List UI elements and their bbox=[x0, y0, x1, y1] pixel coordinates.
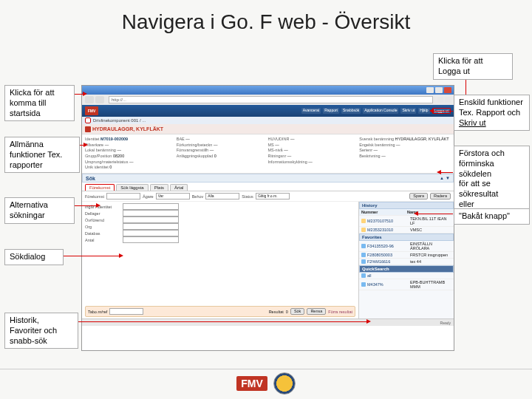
detail-field: Informationsskyldning — bbox=[268, 160, 360, 166]
detail-field: Förkortning/beteckn — bbox=[177, 143, 268, 149]
minimize-icon[interactable] bbox=[426, 87, 434, 93]
filter-select-behov[interactable]: Alla bbox=[205, 193, 239, 200]
arrow bbox=[74, 205, 99, 206]
search-button[interactable]: Sök bbox=[290, 308, 304, 315]
detail-field: Grupp/Position 08200 bbox=[85, 154, 177, 160]
detail-field: Försvarsgrenstillh — bbox=[177, 148, 268, 154]
app-logo[interactable]: FMV bbox=[85, 106, 98, 115]
arrow bbox=[440, 172, 453, 173]
form-label: Antal bbox=[85, 238, 120, 242]
browser-toolbar: http://... bbox=[82, 95, 454, 105]
tab-årtal[interactable]: Årtal bbox=[170, 184, 188, 191]
resize-controls[interactable]: ▲ ▼ bbox=[440, 176, 450, 180]
favorites-header[interactable]: Favorites bbox=[359, 233, 454, 241]
filter-select-förekomst[interactable] bbox=[106, 193, 140, 200]
anno-back-button: "Bakåt knapp" bbox=[454, 208, 530, 225]
side-pane: History Nummer Namn M2370107510TEKN.BIL … bbox=[359, 202, 454, 318]
side-item[interactable]: F2%M16616tex 44 bbox=[359, 259, 454, 265]
form-input-org[interactable] bbox=[123, 223, 179, 230]
expand-icon[interactable]: ▲ bbox=[440, 176, 444, 180]
side-item[interactable]: M2370107510TEKN.BIL 11T /EAN LF bbox=[359, 216, 454, 227]
item-icon bbox=[85, 126, 91, 132]
arrow bbox=[78, 321, 369, 322]
side-item[interactable]: M2353231010VMSC bbox=[359, 227, 454, 233]
browser-window: http://... FMV AvanceratRapportSnabbsökA… bbox=[81, 85, 454, 351]
tab-sök läggsta[interactable]: Sök läggsta bbox=[116, 184, 148, 191]
footer-crest-icon bbox=[273, 372, 296, 395]
delete-button[interactable]: Radera bbox=[430, 193, 451, 200]
refresh-icon[interactable] bbox=[437, 97, 443, 103]
form-label: Org bbox=[85, 225, 120, 229]
status-bar: Ready bbox=[82, 318, 454, 326]
home-icon[interactable] bbox=[85, 117, 91, 123]
quicksearch-header[interactable]: QuickSearch bbox=[359, 265, 454, 273]
arrow bbox=[63, 256, 122, 256]
header-link-snabbsök[interactable]: Snabbsök bbox=[341, 108, 361, 114]
stop-icon[interactable] bbox=[445, 97, 451, 103]
item-title: HYDRAULAGGR, KYLFLÄKT bbox=[92, 126, 163, 132]
detail-field: Anläggningskopplad 0 bbox=[177, 154, 268, 160]
tab-förekomst[interactable]: Förekomst bbox=[85, 184, 115, 191]
search-form: Ingår i identitetDellagerÖvrföremdOrgDat… bbox=[82, 202, 359, 318]
side-item[interactable]: all bbox=[359, 273, 454, 279]
close-icon[interactable] bbox=[444, 87, 451, 93]
prev-result-link[interactable]: Förra resultat bbox=[328, 310, 352, 314]
maximize-icon[interactable] bbox=[435, 87, 443, 93]
col-nummer: Nummer bbox=[361, 210, 406, 214]
filter-select-ägare[interactable]: Var bbox=[156, 193, 190, 200]
clear-button[interactable]: Rensa bbox=[307, 308, 326, 315]
arrow bbox=[79, 145, 86, 146]
detail-field: Ritningsnr — bbox=[268, 154, 360, 160]
nav-back-icon[interactable] bbox=[85, 96, 94, 103]
header-link-rapport[interactable]: Rapport bbox=[323, 108, 339, 114]
item-icon bbox=[361, 273, 366, 278]
detail-field: Unik identitet 0 bbox=[85, 165, 177, 171]
detail-field: HUVUDINR — bbox=[268, 137, 360, 143]
breadcrumb-text: Drivlinekomponent 001 / ... bbox=[93, 118, 146, 123]
side-item[interactable]: F2808050003FRSTCR insgruppen bbox=[359, 252, 454, 259]
detail-panel: Identitet M7019-002009Tillverkare —Lokal… bbox=[82, 134, 454, 174]
header-link-application-console[interactable]: Application Console bbox=[363, 108, 398, 114]
footer-select[interactable] bbox=[109, 308, 143, 315]
tab-plats[interactable]: Plats bbox=[150, 184, 168, 191]
form-input-antal[interactable] bbox=[123, 236, 179, 243]
result-label: Resultat bbox=[269, 310, 284, 314]
item-icon bbox=[361, 253, 366, 257]
filter-label: Förekomst bbox=[85, 194, 104, 199]
filter-label: Ägare bbox=[143, 194, 154, 199]
form-input-dellager[interactable] bbox=[123, 210, 179, 216]
detail-field: Serienr — bbox=[359, 148, 451, 154]
footer-logo: FMV bbox=[236, 376, 267, 391]
form-input-databas[interactable] bbox=[123, 230, 179, 236]
item-icon bbox=[361, 259, 366, 264]
detail-field: Lokal benämning — bbox=[85, 148, 177, 154]
app-header: FMV AvanceratRapportSnabbsökApplication … bbox=[82, 105, 454, 117]
header-link-hjälp[interactable]: Hjälp bbox=[418, 108, 429, 114]
slide-title: Navigera i Go. F web - Översikt bbox=[0, 10, 532, 34]
detail-field: MS — bbox=[268, 143, 360, 149]
header-link-avancerat[interactable]: Avancerat bbox=[301, 108, 321, 114]
search-panel-header: Sök ▲ ▼ bbox=[82, 174, 454, 183]
form-label: Dellager bbox=[85, 211, 120, 216]
anno-general-funcs: Allmänna funktioner Tex. rapporter bbox=[4, 137, 80, 173]
header-link-skriv-ut[interactable]: Skriv ut bbox=[400, 108, 416, 114]
item-icon bbox=[361, 244, 366, 248]
save-button[interactable]: Spara bbox=[409, 193, 428, 200]
item-icon bbox=[361, 282, 366, 287]
form-input-ingår-i-identitet[interactable] bbox=[123, 203, 179, 210]
form-label: Databas bbox=[85, 231, 120, 236]
form-input-övrföremd[interactable] bbox=[123, 216, 179, 223]
form-label: Övrföremd bbox=[85, 218, 120, 222]
history-header[interactable]: History bbox=[359, 202, 454, 209]
anno-alt-search: Alternativa sökningar bbox=[4, 197, 75, 224]
nav-forward-icon[interactable] bbox=[95, 96, 104, 103]
side-item[interactable]: M4347%EPB-BUHTTRAMB MMM bbox=[359, 279, 454, 290]
side-item[interactable]: F34135520-96EINSTÄLLN ÄRÖLARA bbox=[359, 241, 454, 252]
detail-field: Engelsk benämning — bbox=[359, 143, 451, 149]
url-bar[interactable]: http://... bbox=[109, 96, 433, 103]
detail-field: Svensk benämning HYDRAULAGGR, KYLFLÄKT bbox=[359, 137, 451, 143]
filter-select-status[interactable]: Giltig fr.o.m. bbox=[256, 193, 290, 200]
result-count: 0 bbox=[286, 310, 288, 314]
collapse-icon[interactable]: ▼ bbox=[446, 176, 450, 180]
search-title: Sök bbox=[86, 176, 95, 181]
